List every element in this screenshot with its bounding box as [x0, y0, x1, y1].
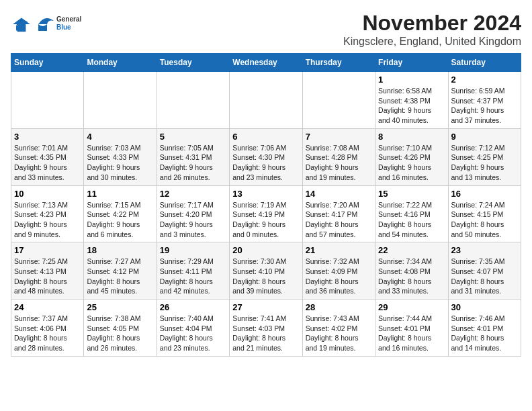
- day-info: Sunrise: 7:06 AM Sunset: 4:30 PM Dayligh…: [232, 143, 299, 183]
- logo-icon: [11, 13, 32, 35]
- weekday-header-cell: Friday: [375, 54, 448, 72]
- day-info: Sunrise: 7:05 AM Sunset: 4:31 PM Dayligh…: [160, 143, 226, 183]
- calendar-cell: 30Sunrise: 7:46 AM Sunset: 4:01 PM Dayli…: [448, 300, 521, 357]
- day-number: 16: [451, 189, 518, 199]
- day-info: Sunrise: 7:35 AM Sunset: 4:07 PM Dayligh…: [451, 257, 518, 296]
- calendar-week-row: 1Sunrise: 6:58 AM Sunset: 4:38 PM Daylig…: [11, 72, 521, 129]
- weekday-header-cell: Monday: [84, 54, 157, 72]
- day-info: Sunrise: 7:12 AM Sunset: 4:25 PM Dayligh…: [451, 143, 518, 183]
- day-number: 26: [160, 302, 226, 312]
- calendar-cell: 13Sunrise: 7:19 AM Sunset: 4:19 PM Dayli…: [230, 185, 302, 242]
- day-info: Sunrise: 7:32 AM Sunset: 4:09 PM Dayligh…: [306, 257, 372, 296]
- svg-text:Blue: Blue: [56, 24, 71, 31]
- day-number: 21: [306, 245, 372, 255]
- calendar-cell: 15Sunrise: 7:22 AM Sunset: 4:16 PM Dayli…: [375, 185, 448, 242]
- calendar-cell: 4Sunrise: 7:03 AM Sunset: 4:33 PM Daylig…: [84, 128, 157, 185]
- calendar-week-row: 24Sunrise: 7:37 AM Sunset: 4:06 PM Dayli…: [11, 300, 521, 357]
- day-info: Sunrise: 6:59 AM Sunset: 4:37 PM Dayligh…: [451, 86, 518, 126]
- svg-text:General: General: [56, 15, 81, 23]
- day-info: Sunrise: 7:46 AM Sunset: 4:01 PM Dayligh…: [451, 314, 518, 353]
- day-info: Sunrise: 7:03 AM Sunset: 4:33 PM Dayligh…: [87, 143, 153, 183]
- day-info: Sunrise: 7:37 AM Sunset: 4:06 PM Dayligh…: [14, 314, 81, 353]
- calendar-cell: 25Sunrise: 7:38 AM Sunset: 4:05 PM Dayli…: [84, 300, 157, 357]
- calendar-table: SundayMondayTuesdayWednesdayThursdayFrid…: [11, 53, 521, 357]
- calendar-week-row: 17Sunrise: 7:25 AM Sunset: 4:13 PM Dayli…: [11, 242, 521, 300]
- day-info: Sunrise: 7:30 AM Sunset: 4:10 PM Dayligh…: [232, 257, 299, 296]
- calendar-cell: [230, 72, 302, 129]
- calendar-cell: 17Sunrise: 7:25 AM Sunset: 4:13 PM Dayli…: [11, 242, 84, 300]
- day-info: Sunrise: 7:25 AM Sunset: 4:13 PM Dayligh…: [14, 257, 81, 296]
- day-number: 29: [378, 302, 445, 312]
- day-info: Sunrise: 7:10 AM Sunset: 4:26 PM Dayligh…: [378, 143, 445, 183]
- day-number: 24: [14, 302, 81, 312]
- day-number: 1: [378, 75, 445, 85]
- day-number: 20: [232, 245, 299, 255]
- calendar-week-row: 10Sunrise: 7:13 AM Sunset: 4:23 PM Dayli…: [11, 185, 521, 242]
- calendar-cell: 5Sunrise: 7:05 AM Sunset: 4:31 PM Daylig…: [157, 128, 229, 185]
- calendar-cell: 8Sunrise: 7:10 AM Sunset: 4:26 PM Daylig…: [375, 128, 448, 185]
- day-info: Sunrise: 7:40 AM Sunset: 4:04 PM Dayligh…: [160, 314, 226, 353]
- calendar-body: 1Sunrise: 6:58 AM Sunset: 4:38 PM Daylig…: [11, 72, 521, 357]
- day-info: Sunrise: 7:24 AM Sunset: 4:15 PM Dayligh…: [451, 200, 518, 240]
- day-info: Sunrise: 7:22 AM Sunset: 4:16 PM Dayligh…: [378, 200, 445, 240]
- weekday-header-row: SundayMondayTuesdayWednesdayThursdayFrid…: [11, 54, 521, 72]
- weekday-header-cell: Wednesday: [230, 54, 302, 72]
- day-number: 9: [451, 132, 518, 142]
- calendar-cell: 10Sunrise: 7:13 AM Sunset: 4:23 PM Dayli…: [11, 185, 84, 242]
- calendar-cell: 20Sunrise: 7:30 AM Sunset: 4:10 PM Dayli…: [230, 242, 302, 300]
- calendar-cell: 7Sunrise: 7:08 AM Sunset: 4:28 PM Daylig…: [302, 128, 375, 185]
- day-number: 23: [451, 245, 518, 255]
- day-info: Sunrise: 7:27 AM Sunset: 4:12 PM Dayligh…: [87, 257, 153, 296]
- day-number: 11: [87, 189, 153, 199]
- day-info: Sunrise: 7:29 AM Sunset: 4:11 PM Dayligh…: [160, 257, 226, 296]
- day-info: Sunrise: 7:34 AM Sunset: 4:08 PM Dayligh…: [378, 257, 445, 296]
- logo-svg: General Blue: [35, 11, 89, 38]
- day-number: 14: [306, 189, 372, 199]
- day-number: 28: [306, 302, 372, 312]
- weekday-header-cell: Sunday: [11, 54, 84, 72]
- day-number: 17: [14, 245, 81, 255]
- day-number: 27: [232, 302, 299, 312]
- calendar-cell: [157, 72, 229, 129]
- calendar-cell: 21Sunrise: 7:32 AM Sunset: 4:09 PM Dayli…: [302, 242, 375, 300]
- day-number: 30: [451, 302, 518, 312]
- day-info: Sunrise: 7:44 AM Sunset: 4:01 PM Dayligh…: [378, 314, 445, 353]
- calendar-cell: [302, 72, 375, 129]
- calendar-cell: 16Sunrise: 7:24 AM Sunset: 4:15 PM Dayli…: [448, 185, 521, 242]
- weekday-header-cell: Saturday: [448, 54, 521, 72]
- day-number: 22: [378, 245, 445, 255]
- calendar-cell: 11Sunrise: 7:15 AM Sunset: 4:22 PM Dayli…: [84, 185, 157, 242]
- calendar-cell: [11, 72, 84, 129]
- day-number: 7: [306, 132, 372, 142]
- day-info: Sunrise: 7:01 AM Sunset: 4:35 PM Dayligh…: [14, 143, 81, 183]
- day-number: 13: [232, 189, 299, 199]
- calendar-cell: 29Sunrise: 7:44 AM Sunset: 4:01 PM Dayli…: [375, 300, 448, 357]
- calendar-cell: [84, 72, 157, 129]
- day-info: Sunrise: 7:38 AM Sunset: 4:05 PM Dayligh…: [87, 314, 153, 353]
- weekday-header-cell: Thursday: [302, 54, 375, 72]
- day-number: 4: [87, 132, 153, 142]
- day-info: Sunrise: 7:19 AM Sunset: 4:19 PM Dayligh…: [232, 200, 299, 240]
- header: General Blue November 2024 Kingsclere, E…: [11, 11, 521, 48]
- weekday-header-cell: Tuesday: [157, 54, 229, 72]
- calendar-cell: 24Sunrise: 7:37 AM Sunset: 4:06 PM Dayli…: [11, 300, 84, 357]
- calendar-cell: 28Sunrise: 7:43 AM Sunset: 4:02 PM Dayli…: [302, 300, 375, 357]
- calendar-week-row: 3Sunrise: 7:01 AM Sunset: 4:35 PM Daylig…: [11, 128, 521, 185]
- calendar-cell: 23Sunrise: 7:35 AM Sunset: 4:07 PM Dayli…: [448, 242, 521, 300]
- day-number: 5: [160, 132, 226, 142]
- calendar-cell: 26Sunrise: 7:40 AM Sunset: 4:04 PM Dayli…: [157, 300, 229, 357]
- calendar-cell: 3Sunrise: 7:01 AM Sunset: 4:35 PM Daylig…: [11, 128, 84, 185]
- day-info: Sunrise: 7:20 AM Sunset: 4:17 PM Dayligh…: [306, 200, 372, 240]
- day-info: Sunrise: 7:13 AM Sunset: 4:23 PM Dayligh…: [14, 200, 81, 240]
- month-title: November 2024: [343, 11, 521, 36]
- calendar-cell: 9Sunrise: 7:12 AM Sunset: 4:25 PM Daylig…: [448, 128, 521, 185]
- title-area: November 2024 Kingsclere, England, Unite…: [343, 11, 521, 48]
- day-number: 8: [378, 132, 445, 142]
- calendar-cell: 22Sunrise: 7:34 AM Sunset: 4:08 PM Dayli…: [375, 242, 448, 300]
- calendar-cell: 14Sunrise: 7:20 AM Sunset: 4:17 PM Dayli…: [302, 185, 375, 242]
- day-number: 6: [232, 132, 299, 142]
- day-info: Sunrise: 7:08 AM Sunset: 4:28 PM Dayligh…: [306, 143, 372, 183]
- calendar-cell: 12Sunrise: 7:17 AM Sunset: 4:20 PM Dayli…: [157, 185, 229, 242]
- location: Kingsclere, England, United Kingdom: [343, 36, 521, 48]
- calendar-cell: 18Sunrise: 7:27 AM Sunset: 4:12 PM Dayli…: [84, 242, 157, 300]
